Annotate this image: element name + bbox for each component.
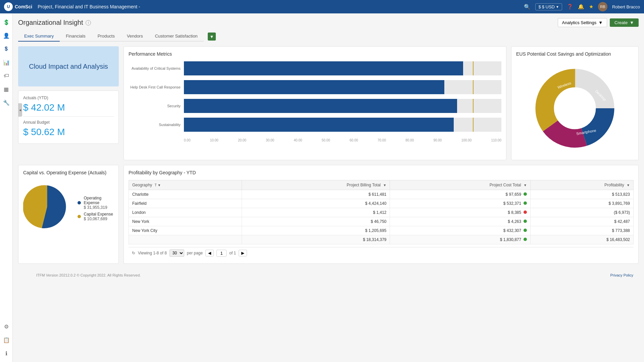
budget-label: Annual Budget [23,120,114,125]
col-billing-label: Project Billing Total [347,183,381,187]
status-dot-2 [524,210,527,214]
cell-total-cost: $ 1,830,877 [390,235,530,244]
x-label-8: 80.00 [405,138,414,142]
search-icon[interactable]: 🔍 [524,4,531,10]
bar-benchmark-0 [473,61,474,75]
tab-exec-summary[interactable]: Exec Summary [18,31,60,42]
main-content: Organizational Insight i Analytics Setti… [13,13,644,362]
x-label-7: 70.00 [378,138,386,142]
cell-total-profit: $ 16,483,502 [530,235,633,244]
eus-panel: EUS Potential Cost Savings and Optimizat… [511,46,639,160]
copyright-text: ITFM Version 20212.0.2 © Copyright 2022.… [36,273,141,277]
status-dot-total [524,238,527,241]
bar-fill-0 [184,61,463,75]
bar-chart: Availability of Critical Systems Help De… [129,61,501,152]
table-row: New York $ 46,750 $ 4,263 $ 42,487 [129,217,634,226]
pagination-viewing: Viewing 1-8 of 8 [138,251,167,255]
status-dot-3 [524,220,527,223]
x-label-11: 110.00 [491,138,501,142]
star-icon[interactable]: ★ [589,4,593,10]
table-row: New York City $ 1,205,695 $ 432,307 $ 77… [129,226,634,235]
sidebar-item-dollar[interactable]: 💲 [1,17,12,27]
tab-collapse-arrow[interactable]: ▼ [208,33,216,41]
sidebar-item-dollar2[interactable]: $ [1,44,12,54]
create-label: Create [614,20,628,25]
col-profit-label: Profitability [604,183,624,187]
sidebar-item-info[interactable]: ℹ [1,348,12,359]
actuals-label: Actuals (YTD) [23,96,114,100]
sidebar-item-tools[interactable]: 🔧 [1,97,12,108]
cell-cost-1: $ 532,371 [390,199,530,208]
tab-financials[interactable]: Financials [60,31,92,42]
sidebar-item-chart[interactable]: 📊 [1,57,12,68]
col-geography[interactable]: Geography T ▼ [129,180,242,190]
cell-cost-2: $ 8,385 [390,208,530,217]
tab-customer-satisfaction[interactable]: Customer Satisfaction [149,31,204,42]
logo[interactable]: U ComSci [4,2,32,11]
tab-products[interactable]: Products [92,31,121,42]
cell-billing-2: $ 1,412 [242,208,390,217]
bar-fill-3 [184,118,454,132]
capex-pie-chart [23,180,71,234]
table-footer: ↻ Viewing 1-8 of 8 30 per page ◀ of 1 ▶ [129,247,634,259]
prev-page-button[interactable]: ◀ [205,250,214,256]
x-label-0: 0.00 [184,138,190,142]
avatar[interactable]: RB [598,2,607,11]
legend-capital-label: Capital Expense [84,212,113,217]
x-label-2: 20.00 [238,138,246,142]
cell-billing-3: $ 46,750 [242,217,390,226]
table-row: London $ 1,412 $ 8,385 ($ 6,973) [129,208,634,217]
collapse-handle[interactable]: ◀ [18,103,22,117]
currency-selector[interactable]: $ $ USD ▼ [535,3,562,10]
per-page-select[interactable]: 30 [169,249,184,257]
cell-billing-0: $ 611,481 [242,190,390,199]
help-icon[interactable]: ❓ [567,4,573,10]
tab-vendors[interactable]: Vendors [121,31,149,42]
cell-cost-val-4: $ 432,307 [503,228,521,233]
cloud-card-title: Cloud Impact and Analysis [29,63,108,70]
cell-cost-val-1: $ 532,371 [503,201,521,206]
legend-item-capital: Capital Expense $ 10,067,689 [78,212,114,221]
refresh-icon[interactable]: ↻ [132,251,135,255]
next-page-button[interactable]: ▶ [239,250,247,256]
create-button[interactable]: Create ▼ [610,18,639,27]
col-profitability[interactable]: Profitability ▼ [530,180,633,190]
cell-cost-val-2: $ 8,385 [508,210,521,215]
col-geography-label: Geography [132,183,152,187]
app-title: Project, Financial and IT Business Manag… [38,4,524,9]
analytics-settings-button[interactable]: Analytics Settings ▼ [558,18,607,27]
cloud-impact-card[interactable]: Cloud Impact and Analysis [18,46,119,86]
pie-legend: Operating Expense $ 31,955,319 Capital E… [78,196,114,221]
bell-icon[interactable]: 🔔 [578,4,584,10]
create-chevron-icon: ▼ [630,20,634,25]
privacy-policy-link[interactable]: Privacy Policy [610,273,633,277]
bar-row-2: Security [129,99,501,113]
col-profit-sort: ▼ [627,183,630,187]
left-panel-wrap: Cloud Impact and Analysis Actuals (YTD) … [18,46,119,160]
legend-item-operating: Operating Expense $ 31,955,319 [78,196,114,210]
sidebar-item-people[interactable]: 👤 [1,30,12,41]
page-input[interactable] [216,250,227,257]
col-billing[interactable]: Project Billing Total ▼ [242,180,390,190]
currency-icon: $ [538,4,541,9]
bar-track-1 [184,80,501,94]
sidebar-item-clipboard[interactable]: 📋 [1,335,12,345]
nav-icons: 🔍 $ $ USD ▼ ❓ 🔔 ★ RB $ USD Robert Bracco [524,2,640,11]
bar-label-1: Help Desk First Call Response [129,85,181,89]
bar-label-3: Sustainability [129,123,181,127]
tabs: Exec Summary Financials Products Vendors… [18,31,204,42]
sidebar-item-grid[interactable]: ▦ [1,84,12,95]
page-footer: ITFM Version 20212.0.2 © Copyright 2022.… [18,270,639,280]
bar-track-0 [184,61,501,75]
x-axis: 0.00 10.00 20.00 30.00 40.00 50.00 60.00… [184,138,501,142]
sidebar-item-settings[interactable]: ⚙ [1,321,12,332]
cell-profit-3: $ 42,487 [530,217,633,226]
bar-label-0: Availability of Critical Systems [129,66,181,70]
sidebar-item-tag[interactable]: 🏷 [1,70,12,81]
per-page-label: per page [187,251,203,255]
cell-billing-1: $ 4,424,140 [242,199,390,208]
profitability-title: Profitability by Geography - YTD [129,170,634,175]
col-cost[interactable]: Project Cost Total ▼ [390,180,530,190]
page-info-icon[interactable]: i [86,20,91,25]
table-row: Charlotte $ 611,481 $ 97,659 $ 513,823 [129,190,634,199]
